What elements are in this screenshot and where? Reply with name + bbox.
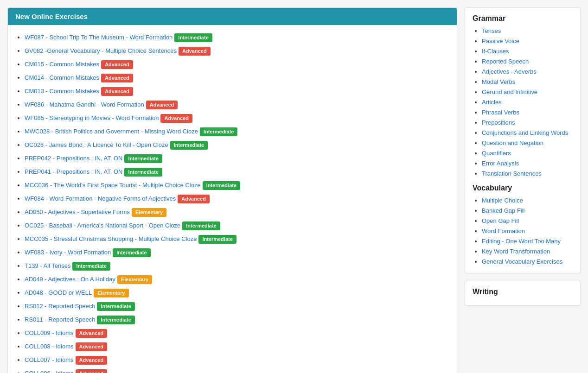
vocabulary-link[interactable]: General Vocabulary Exercises [482,258,562,265]
grammar-item: Prepositions [482,117,573,127]
exercise-link[interactable]: COLL007 - Idioms [25,356,74,363]
list-item: COLL006 - IdiomsAdvanced [25,367,449,373]
list-item: RS011 - Reported SpeechIntermediate [25,313,449,326]
level-badge: Intermediate [97,316,134,324]
list-item: T139 - All TensesIntermediate [25,259,449,272]
exercise-link[interactable]: CM015 - Common Mistakes [25,61,99,68]
list-item: COLL007 - IdiomsAdvanced [25,353,449,367]
grammar-link[interactable]: If-Clauses [482,48,509,55]
grammar-link[interactable]: Gerund and Infinitive [482,89,537,95]
level-badge: Intermediate [113,248,150,257]
exercise-link[interactable]: AD050 - Adjectives - Superlative Forms [25,209,130,215]
list-item: PREP042 - Prepositions : IN, AT, ONInter… [25,152,449,165]
grammar-link[interactable]: Conjunctions and Linking Words [482,129,568,136]
exercise-link[interactable]: CM013 - Common Mistakes [25,88,99,95]
list-item: OC026 - James Bond : A Licence To Kill -… [25,138,449,152]
exercise-link[interactable]: WF087 - School Trip To The Museum - Word… [25,34,173,41]
exercise-link[interactable]: AD048 - GOOD or WELL [25,289,92,296]
grammar-item: Reported Speech [482,56,573,66]
grammar-label: Grammar [473,14,573,23]
level-badge: Advanced [101,74,133,82]
vocabulary-link[interactable]: Word Formation [482,228,525,234]
sidebar: Grammar TensesPassive VoiceIf-ClausesRep… [465,7,581,373]
exercise-link[interactable]: WF084 - Word Formation - Negative Forms … [25,195,176,202]
grammar-link[interactable]: Reported Speech [482,58,529,65]
grammar-link[interactable]: Articles [482,99,502,106]
grammar-link[interactable]: Adjectives - Adverbs [482,68,537,75]
level-badge: Intermediate [174,33,212,42]
vocabulary-link[interactable]: Open Gap Fill [482,217,519,224]
exercise-link[interactable]: GV082 -General Vocabulary - Multiple Cho… [25,47,177,54]
level-badge: Elementary [117,275,152,284]
exercise-link[interactable]: PREP041 - Prepositions : IN, AT, ON [25,168,122,175]
list-item: AD048 - GOOD or WELLElementary [25,286,449,299]
exercise-link[interactable]: COLL006 - Idioms [25,370,74,373]
exercise-link[interactable]: MCC036 - The World's First Space Tourist… [25,182,201,189]
grammar-item: Adjectives - Adverbs [482,66,573,76]
vocabulary-link[interactable]: Editing - One Word Too Many [482,238,561,245]
writing-panel: Writing [465,281,581,306]
list-item: WF084 - Word Formation - Negative Forms … [25,192,449,205]
vocabulary-link[interactable]: Multiple Choice [482,197,523,204]
list-item: OC025 - Baseball - America's National Sp… [25,219,449,232]
exercise-link[interactable]: CM014 - Common Mistakes [25,74,99,81]
grammar-panel: Grammar TensesPassive VoiceIf-ClausesRep… [465,7,581,273]
exercise-link[interactable]: COLL009 - Idioms [25,329,74,336]
level-badge: Advanced [76,329,108,338]
list-item: WF083 - Ivory - Word FormationIntermedia… [25,246,449,259]
exercise-link[interactable]: WF086 - Mahatma Gandhi - Word Formation [25,101,144,108]
grammar-link[interactable]: Translation Sentences [482,170,542,177]
exercise-link[interactable]: OC025 - Baseball - America's National Sp… [25,222,180,229]
vocabulary-item: Banked Gap Fill [482,205,573,215]
grammar-link[interactable]: Passive Voice [482,38,519,44]
grammar-link[interactable]: Error Analysis [482,160,519,167]
exercise-link[interactable]: OC026 - James Bond : A Licence To Kill -… [25,141,168,148]
grammar-item: Conjunctions and Linking Words [482,127,573,138]
exercises-title: New Online Exercises [15,13,88,20]
grammar-link[interactable]: Tenses [482,27,501,34]
level-badge: Intermediate [170,141,208,150]
level-badge: Advanced [160,114,192,123]
grammar-item: Passive Voice [482,36,573,46]
grammar-item: Translation Sentences [482,168,573,178]
level-badge: Advanced [76,369,108,373]
grammar-item: Gerund and Infinitive [482,87,573,97]
grammar-item: Question and Negation [482,138,573,148]
grammar-item: If-Clauses [482,46,573,56]
vocabulary-item: Key Word Transformation [482,246,573,256]
level-badge: Advanced [76,356,108,365]
exercise-link[interactable]: AD049 - Adjectives : On A Holiday [25,276,115,283]
exercise-link[interactable]: WF085 - Stereotyping in Movies - Word Fo… [25,114,159,121]
grammar-link[interactable]: Modal Verbs [482,78,515,85]
exercise-link[interactable]: RS011 - Reported Speech [25,316,95,323]
vocabulary-link[interactable]: Banked Gap Fill [482,207,525,214]
grammar-link[interactable]: Question and Negation [482,139,543,146]
grammar-item: Tenses [482,25,573,36]
level-badge: Intermediate [200,127,237,136]
exercise-link[interactable]: WF083 - Ivory - Word Formation [25,249,111,256]
level-badge: Advanced [76,342,108,351]
exercise-link[interactable]: COLL008 - Idioms [25,343,74,350]
main-content: New Online Exercises WF087 - School Trip… [7,7,457,373]
level-badge: Advanced [101,60,133,69]
exercise-link[interactable]: T139 - All Tenses [25,262,70,269]
grammar-link[interactable]: Phrasal Verbs [482,109,519,116]
exercises-list: WF087 - School Trip To The Museum - Word… [8,25,457,373]
list-item: WF086 - Mahatma Gandhi - Word FormationA… [25,98,449,111]
exercise-link[interactable]: MWC028 - British Politics and Government… [25,128,198,135]
level-badge: Intermediate [97,302,134,311]
grammar-item: Phrasal Verbs [482,107,573,117]
level-badge: Advanced [101,87,133,96]
level-badge: Advanced [178,195,210,203]
list-item: CM013 - Common MistakesAdvanced [25,84,449,98]
level-badge: Elementary [94,289,128,297]
vocabulary-link[interactable]: Key Word Transformation [482,248,550,255]
grammar-link[interactable]: Quantifiers [482,150,511,157]
exercise-link[interactable]: PREP042 - Prepositions : IN, AT, ON [25,155,122,162]
exercise-link[interactable]: RS012 - Reported Speech [25,303,95,310]
list-item: GV082 -General Vocabulary - Multiple Cho… [25,44,449,57]
grammar-item: Modal Verbs [482,76,573,87]
list-item: AD050 - Adjectives - Superlative FormsEl… [25,205,449,219]
exercise-link[interactable]: MCC035 - Stressful Christmas Shopping - … [25,235,197,242]
grammar-link[interactable]: Prepositions [482,119,515,126]
